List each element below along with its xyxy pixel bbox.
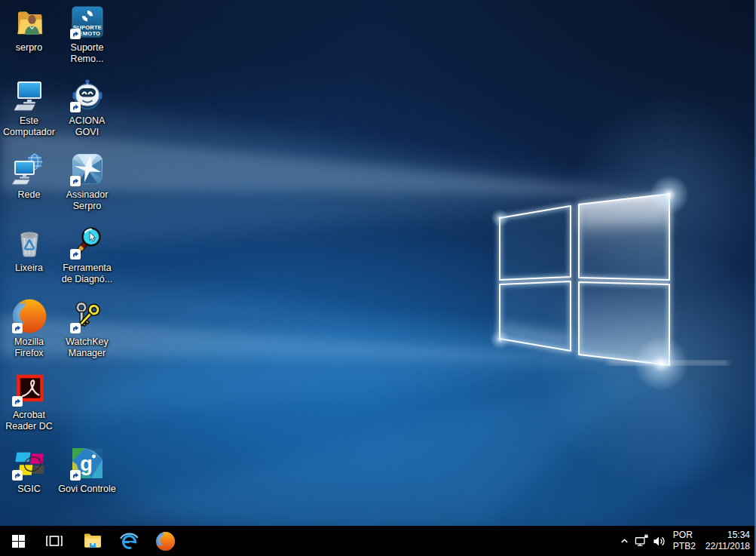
desktop-icon-assinador-serpro[interactable]: AssinadorSerpro xyxy=(58,151,116,212)
language-indicator[interactable]: POR PTB2 xyxy=(673,526,696,556)
taskbar-pinned-apps xyxy=(75,526,183,556)
clock-date: 22/11/2018 xyxy=(705,541,750,552)
file-explorer-folder-icon xyxy=(83,531,103,551)
keyboard-layout-code: PTB2 xyxy=(673,541,696,552)
svg-text:g: g xyxy=(80,453,93,475)
start-button[interactable] xyxy=(0,526,36,556)
desktop-icon-watchkey-manager[interactable]: WatchKeyManager xyxy=(58,298,116,359)
desktop-icon-govi-controle[interactable]: g Govi Controle xyxy=(58,445,116,495)
clock[interactable]: 15:34 22/11/2018 xyxy=(705,526,750,556)
desktop-icon-rede[interactable]: Rede xyxy=(0,151,58,201)
network-globe-icon xyxy=(11,151,47,187)
shortcut-arrow-icon xyxy=(70,176,81,186)
shortcut-arrow-icon xyxy=(70,102,81,112)
acrobat-reader-icon xyxy=(11,371,47,407)
desktop-icon-label: Rede xyxy=(18,189,41,201)
language-code: POR xyxy=(673,530,693,541)
desktop-icon-ferramenta-diagnostico[interactable]: Ferramentade Diagnó... xyxy=(58,224,116,285)
clock-time: 15:34 xyxy=(727,530,750,541)
desktop-background[interactable]: serpro SUPORTE REMOTO SuporteRemo... xyxy=(0,0,756,526)
desktop-icon-label: Lixeira xyxy=(15,263,43,274)
shortcut-arrow-icon xyxy=(12,470,23,481)
taskbar: POR PTB2 15:34 22/11/2018 xyxy=(0,526,756,556)
desktop-icon-label: WatchKeyManager xyxy=(66,336,109,359)
desktop-icon-lixeira[interactable]: Lixeira xyxy=(0,224,58,274)
desktop-icon-este-computador[interactable]: EsteComputador xyxy=(0,77,58,138)
chevron-up-icon xyxy=(620,536,629,546)
desktop-icon-label: Ferramentade Diagnó... xyxy=(62,263,112,285)
magnifier-diagnostic-icon xyxy=(69,224,106,260)
desktop-icon-aciona-govi[interactable]: ACIONAGOVI xyxy=(58,77,116,138)
tray-volume-button[interactable] xyxy=(650,526,668,556)
desktop-icon-label: SuporteRemo... xyxy=(71,42,104,65)
system-tray: POR PTB2 15:34 22/11/2018 xyxy=(616,526,756,556)
firefox-icon xyxy=(155,531,176,551)
desktop-icon-suporte-remoto[interactable]: SUPORTE REMOTO SuporteRemo... xyxy=(58,4,116,65)
desktop-icon-label: EsteComputador xyxy=(3,115,55,138)
desktop-icon-serpro[interactable]: serpro xyxy=(0,4,58,54)
taskbar-file-explorer-button[interactable] xyxy=(75,526,111,556)
robot-icon xyxy=(69,77,106,113)
desktop-icon-label: Govi Controle xyxy=(58,484,115,495)
diamond-gem-icon xyxy=(69,151,106,187)
task-view-icon xyxy=(45,532,63,550)
shortcut-arrow-icon xyxy=(70,249,81,260)
this-pc-icon xyxy=(11,77,47,113)
desktop-icon-label: serpro xyxy=(16,42,42,54)
desktop-icon-label: ACIONAGOVI xyxy=(69,115,106,138)
cmyk-shapes-icon xyxy=(11,445,47,481)
task-view-button[interactable] xyxy=(36,526,72,556)
internet-explorer-icon xyxy=(119,531,139,551)
shortcut-arrow-icon xyxy=(70,323,81,333)
desktop-icon-label: SGIC xyxy=(17,484,41,495)
suporte-remoto-tile-icon: SUPORTE REMOTO xyxy=(69,4,106,40)
tray-show-hidden-icons-button[interactable] xyxy=(616,526,633,556)
keys-icon xyxy=(69,298,106,334)
shortcut-arrow-icon xyxy=(70,470,81,481)
shortcut-arrow-icon xyxy=(70,29,81,39)
desktop-icon-label: AssinadorSerpro xyxy=(66,189,109,212)
taskbar-internet-explorer-button[interactable] xyxy=(111,526,147,556)
folder-user-icon xyxy=(11,4,47,40)
govi-tile-icon: g xyxy=(69,445,106,481)
desktop-icon-sgic[interactable]: SGIC xyxy=(0,445,58,495)
ethernet-network-icon xyxy=(635,534,649,548)
desktop-icon-label: AcrobatReader DC xyxy=(5,410,53,432)
shortcut-arrow-icon xyxy=(12,396,23,407)
shortcut-arrow-icon xyxy=(12,323,23,333)
taskbar-firefox-button[interactable] xyxy=(147,526,183,556)
recycle-bin-icon xyxy=(11,224,47,260)
firefox-icon xyxy=(11,298,47,334)
desktop-icon-acrobat-reader[interactable]: AcrobatReader DC xyxy=(0,371,58,432)
desktop-icon-label: MozillaFirefox xyxy=(14,336,44,359)
windows-logo-icon xyxy=(12,535,25,548)
tray-network-button[interactable] xyxy=(633,526,650,556)
volume-speaker-icon xyxy=(652,534,666,548)
desktop-icon-mozilla-firefox[interactable]: MozillaFirefox xyxy=(0,298,58,359)
